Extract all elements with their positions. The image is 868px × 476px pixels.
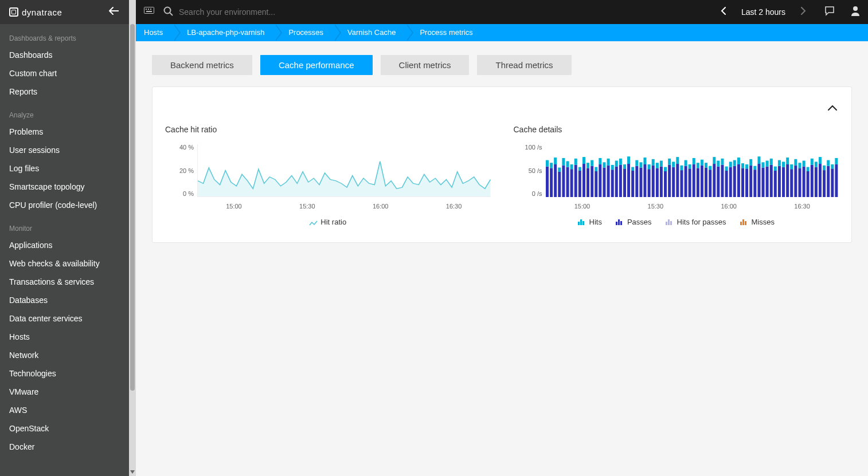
brand-logo[interactable]: dynatrace [9,7,107,17]
svg-rect-118 [769,165,772,197]
chat-icon[interactable] [824,6,835,18]
sidebar-item-dashboards[interactable]: Dashboards [0,46,129,64]
svg-rect-140 [814,167,817,197]
svg-rect-36 [603,168,605,198]
breadcrumb-item[interactable]: Hosts [136,24,173,41]
x-axis: 15:00 15:30 16:00 16:30 [546,199,839,210]
tab-cache-performance[interactable]: Cache performance [260,55,373,75]
content: Backend metricsCache performanceClient m… [136,41,868,257]
sidebar-item-web-checks-availability[interactable]: Web checks & availability [0,254,129,273]
tab-backend-metrics[interactable]: Backend metrics [152,55,252,75]
svg-point-5 [165,7,171,13]
svg-rect-68 [668,165,671,197]
svg-rect-80 [692,164,695,197]
sidebar-item-vmware[interactable]: VMware [0,383,129,401]
legend-item: Hit ratio [309,218,346,226]
svg-rect-52 [635,166,638,197]
sidebar-item-docker[interactable]: Docker [0,438,129,456]
logo-icon [9,7,18,17]
keyboard-icon[interactable] [144,7,154,17]
bars-legend-icon [616,219,624,225]
svg-rect-131 [794,159,797,166]
timeframe-label[interactable]: Last 2 hours [741,7,785,17]
search-icon[interactable] [163,6,173,18]
timeframe-next-icon[interactable] [798,7,808,17]
breadcrumb-item[interactable]: Varnish Cache [334,24,406,41]
breadcrumb-item[interactable]: Processes [275,24,334,41]
svg-rect-24 [578,171,581,197]
svg-rect-88 [709,170,711,197]
sidebar-item-cpu-profiler-code-level-[interactable]: CPU profiler (code-level) [0,196,129,214]
sidebar-item-aws[interactable]: AWS [0,401,129,419]
svg-rect-116 [765,167,768,197]
collapse-chevron-icon[interactable] [827,101,838,114]
brand-name: dynatrace [22,7,62,17]
sidebar-item-log-files[interactable]: Log files [0,159,129,178]
sidebar-item-databases[interactable]: Databases [0,291,129,309]
svg-rect-101 [733,160,736,166]
svg-rect-44 [619,165,621,197]
breadcrumb-item[interactable]: Process metrics [406,24,483,41]
sidebar-item-data-center-services[interactable]: Data center services [0,309,129,328]
svg-rect-142 [818,164,821,197]
back-arrow-icon[interactable] [107,4,120,21]
svg-rect-108 [749,166,752,197]
sidebar-item-problems[interactable]: Problems [0,123,129,141]
sidebar-item-user-sessions[interactable]: User sessions [0,141,129,159]
svg-rect-128 [790,169,793,197]
svg-rect-98 [729,167,732,197]
sidebar-section-label: Analyze [0,101,129,123]
svg-rect-123 [777,160,780,166]
sidebar-item-openstack[interactable]: OpenStack [0,419,129,438]
svg-rect-149 [831,164,834,168]
sidebar-item-technologies[interactable]: Technologies [0,364,129,383]
svg-rect-15 [558,168,561,172]
sidebar-scrollbar[interactable] [129,0,136,476]
svg-rect-1 [146,9,147,10]
search-input[interactable] [179,7,408,17]
svg-rect-134 [802,167,805,197]
ytick: 100 /s [514,144,542,151]
chart-title: Cache hit ratio [165,125,491,134]
svg-rect-65 [659,161,662,167]
sidebar-item-reports[interactable]: Reports [0,82,129,101]
breadcrumb-item[interactable]: LB-apache-php-varnish [173,24,275,41]
sidebar-item-smartscape-topology[interactable]: Smartscape topology [0,178,129,196]
tab-client-metrics[interactable]: Client metrics [381,55,470,75]
svg-rect-31 [591,160,593,166]
y-axis: 100 /s 50 /s 0 /s [514,144,546,197]
svg-rect-102 [737,164,740,197]
legend-item: Misses [740,218,775,226]
svg-rect-83 [696,163,699,168]
scrollbar-thumb[interactable] [130,24,135,391]
svg-rect-23 [574,159,577,165]
svg-rect-104 [741,168,744,197]
user-icon[interactable] [851,6,860,18]
svg-rect-28 [587,168,589,197]
sidebar-item-custom-chart[interactable]: Custom chart [0,64,129,82]
svg-rect-150 [835,164,838,197]
svg-rect-30 [591,166,593,197]
svg-rect-71 [672,162,675,167]
sidebar-item-hosts[interactable]: Hosts [0,328,129,346]
sidebar-item-network[interactable]: Network [0,346,129,364]
legend-label: Hits [589,218,602,226]
bar-plot[interactable] [546,144,839,197]
svg-rect-27 [582,157,585,164]
sidebar-item-applications[interactable]: Applications [0,236,129,254]
svg-rect-59 [647,164,650,169]
timeframe-prev-icon[interactable] [718,7,729,17]
sidebar-section-label: Monitor [0,214,129,236]
svg-rect-8 [546,167,549,197]
svg-rect-25 [578,167,581,171]
line-plot[interactable] [197,144,491,197]
svg-rect-21 [570,164,573,169]
scroll-down-icon[interactable] [130,470,135,474]
legend-label: Passes [627,218,652,226]
tab-thread-metrics[interactable]: Thread metrics [477,55,571,75]
xtick: 16:00 [373,203,389,210]
sidebar-item-transactions-services[interactable]: Transactions & services [0,273,129,291]
svg-rect-127 [786,158,789,164]
svg-rect-18 [566,167,569,197]
svg-rect-19 [566,161,569,167]
